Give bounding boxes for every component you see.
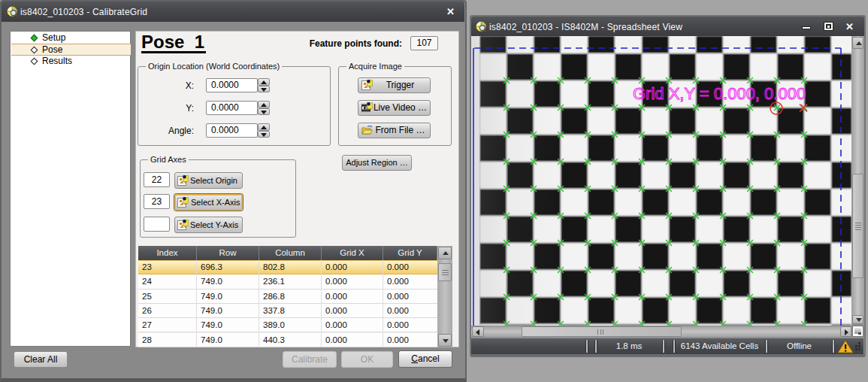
svg-text:Grid X,Y = 0.000, 0.000: Grid X,Y = 0.000, 0.000: [633, 84, 806, 103]
